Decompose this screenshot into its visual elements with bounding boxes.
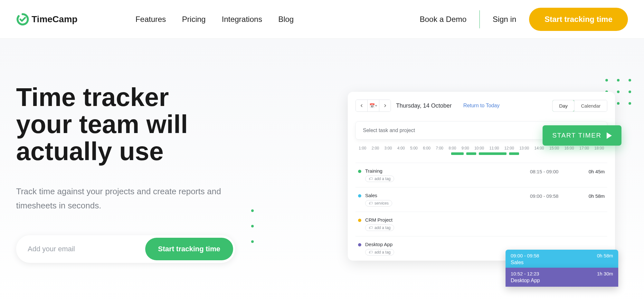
email-form: Start tracking time [16, 235, 235, 263]
header-right: Book a Demo Sign in Start tracking time [420, 8, 628, 31]
hero-subtitle: Track time against your projects and cre… [16, 184, 261, 213]
nav-features[interactable]: Features [136, 15, 166, 24]
nav-integrations[interactable]: Integrations [222, 15, 262, 24]
tag-icon: 🏷 [369, 177, 373, 181]
main-nav: Features Pricing Integrations Blog [136, 15, 294, 24]
calendar-picker-button[interactable]: 📅 [367, 100, 379, 111]
hero-title: Time tracker your team will actually use [16, 84, 261, 165]
nav-pricing[interactable]: Pricing [182, 15, 205, 24]
tag-icon: 🏷 [369, 201, 373, 206]
float-time: 09:00 - 09:58 [511, 253, 539, 258]
entry-title: Desktop App [365, 242, 526, 247]
start-timer-label: START TIMER [552, 132, 601, 139]
entry-time-range: 08:15 - 09:00 [530, 169, 575, 174]
entry-title: Training [365, 168, 526, 174]
view-toggle: Day Calendar [552, 100, 607, 112]
logo[interactable]: TimeCamp [16, 13, 78, 26]
tag-pill[interactable]: 🏷services [365, 200, 392, 206]
hero-title-l2: your team will [16, 110, 188, 139]
next-day-button[interactable] [379, 100, 391, 111]
tag-pill[interactable]: 🏷add a tag [365, 225, 394, 231]
entry-color-dot [358, 170, 361, 173]
email-submit-button[interactable]: Start tracking time [145, 238, 233, 260]
tag-icon: 🏷 [369, 250, 373, 254]
entry-duration: 0h 58m [579, 193, 605, 199]
floating-entry-card[interactable]: 10:52 - 12:23 1h 30m Desktop App [506, 268, 618, 287]
time-entries: Training 🏷add a tag 08:15 - 09:00 0h 45m… [355, 163, 607, 261]
hero-left: Time tracker your team will actually use… [16, 77, 261, 307]
start-timer-button[interactable]: START TIMER [543, 125, 621, 146]
view-day-button[interactable]: Day [552, 100, 574, 112]
tag-pill[interactable]: 🏷add a tag [365, 249, 394, 255]
current-date: Thursday, 14 October [396, 102, 452, 109]
timeline-bars [355, 152, 607, 156]
entry-time-range: 09:00 - 09:58 [530, 193, 575, 199]
return-today-link[interactable]: Return to Today [463, 103, 500, 109]
email-input[interactable] [18, 237, 145, 261]
float-time: 10:52 - 12:23 [511, 271, 539, 276]
task-placeholder: Select task and project [363, 128, 415, 133]
floating-entry-card[interactable]: 09:00 - 09:58 0h 58m Sales [506, 250, 618, 269]
date-nav: 📅 [355, 100, 391, 112]
view-calendar-button[interactable]: Calendar [574, 100, 607, 111]
divider [479, 10, 480, 28]
entry-title: Sales [365, 193, 526, 198]
nav-blog[interactable]: Blog [278, 15, 294, 24]
header: TimeCamp Features Pricing Integrations B… [0, 0, 644, 39]
tag-pill[interactable]: 🏷add a tag [365, 176, 394, 182]
hero: Time tracker your team will actually use… [0, 39, 644, 307]
tag-icon: 🏷 [369, 225, 373, 230]
start-tracking-button[interactable]: Start tracking time [529, 8, 628, 31]
float-title: Sales [511, 260, 613, 265]
time-entry[interactable]: Training 🏷add a tag 08:15 - 09:00 0h 45m [355, 163, 607, 187]
prev-day-button[interactable] [356, 100, 367, 111]
time-entry[interactable]: CRM Project 🏷add a tag [355, 212, 607, 236]
time-entry[interactable]: Sales 🏷services 09:00 - 09:58 0h 58m [355, 187, 607, 212]
app-preview-card: 📅 Thursday, 14 October Return to Today D… [348, 92, 615, 261]
app-toolbar: 📅 Thursday, 14 October Return to Today D… [355, 100, 607, 112]
entry-color-dot [358, 243, 361, 246]
timeline-hours: 1:00 2:00 3:00 4:00 5:00 6:00 7:00 8:00 … [355, 146, 607, 150]
book-demo-link[interactable]: Book a Demo [420, 15, 466, 24]
hero-title-l3: actually use [16, 137, 164, 166]
float-title: Desktop App [511, 278, 613, 283]
play-icon [607, 132, 612, 139]
entry-title: CRM Project [365, 217, 526, 223]
logo-icon [16, 13, 29, 26]
float-dur: 1h 30m [597, 271, 613, 276]
entry-color-dot [358, 194, 361, 197]
sign-in-link[interactable]: Sign in [493, 15, 516, 24]
logo-text: TimeCamp [32, 14, 78, 24]
entry-color-dot [358, 219, 361, 222]
hero-title-l1: Time tracker [16, 83, 169, 111]
calendar-icon: 📅 [369, 103, 375, 108]
entry-duration: 0h 45m [579, 169, 605, 174]
decorative-dots [251, 209, 254, 243]
float-dur: 0h 58m [597, 253, 613, 258]
